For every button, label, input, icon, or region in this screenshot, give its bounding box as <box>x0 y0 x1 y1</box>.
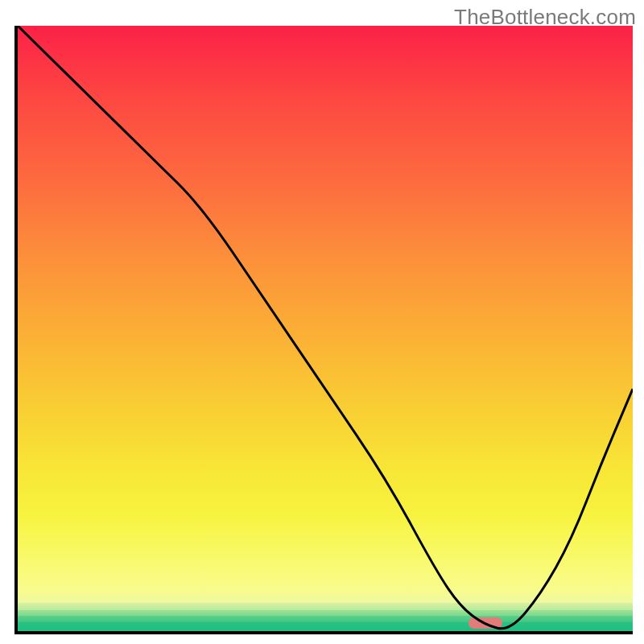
bottleneck-curve <box>18 26 633 631</box>
curve-path <box>18 26 633 629</box>
chart-frame: TheBottleneck.com <box>0 0 644 644</box>
watermark-text: TheBottleneck.com <box>454 5 636 30</box>
plot-area <box>14 26 633 634</box>
